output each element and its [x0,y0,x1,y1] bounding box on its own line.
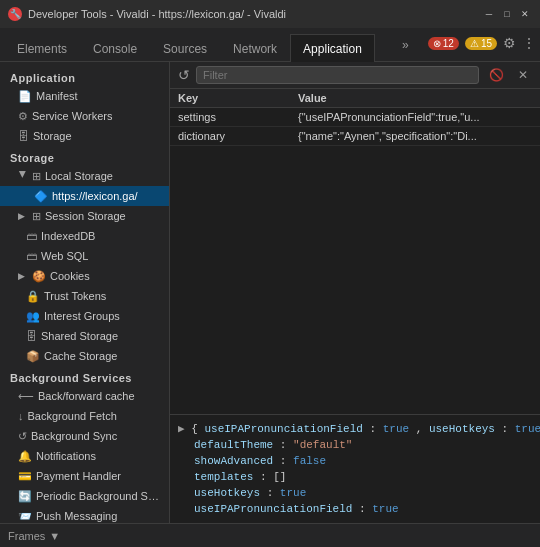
payment-handler-label: Payment Handler [36,470,121,482]
manifest-label: Manifest [36,90,78,102]
sidebar-item-session-storage[interactable]: ▶ ⊞ Session Storage [0,206,169,226]
manifest-icon: 📄 [18,90,32,103]
sidebar-item-local-storage[interactable]: ▶ ⊞ Local Storage [0,166,169,186]
sidebar-item-background-fetch[interactable]: ↓ Background Fetch [0,406,169,426]
cache-storage-icon: 📦 [26,350,40,363]
shared-storage-icon: 🗄 [26,330,37,342]
tab-sources[interactable]: Sources [150,34,220,62]
titlebar: 🔧 Developer Tools - Vivaldi - https://le… [0,0,540,28]
sidebar-item-storage[interactable]: 🗄 Storage [0,126,169,146]
sidebar-item-manifest[interactable]: 📄 Manifest [0,86,169,106]
json-line-2: defaultTheme : "default" [178,437,532,453]
notifications-icon: 🔔 [18,450,32,463]
local-storage-icon: ⊞ [32,170,41,183]
tab-console-label: Console [93,42,137,56]
sidebar-item-interest-groups[interactable]: 👥 Interest Groups [0,306,169,326]
url-label: https://lexicon.ga/ [52,190,138,202]
table-row[interactable]: dictionary {"name":"Aynen","specificatio… [170,127,540,146]
session-storage-icon: ⊞ [32,210,41,223]
sidebar-item-web-sql[interactable]: 🗃 Web SQL [0,246,169,266]
background-sync-icon: ↺ [18,430,27,443]
clear-filter-button[interactable]: 🚫 [485,66,508,84]
push-messaging-icon: 📨 [18,510,32,523]
sidebar-item-shared-storage[interactable]: 🗄 Shared Storage [0,326,169,346]
sidebar-item-notifications[interactable]: 🔔 Notifications [0,446,169,466]
warning-count: 15 [481,38,492,49]
storage-icon: 🗄 [18,130,29,142]
tabbar: Elements Console Sources Network Applica… [0,28,540,62]
close-button[interactable]: ✕ [518,7,532,21]
warning-icon: ⚠ [470,38,479,49]
content-area: ↺ 🚫 ✕ Key Value settings {"useIPAPronunc… [170,62,540,523]
cache-storage-label: Cache Storage [44,350,117,362]
trust-tokens-label: Trust Tokens [44,290,106,302]
cell-key: settings [170,108,290,127]
settings-button[interactable]: ⚙ [503,35,516,51]
storage-label: Storage [33,130,72,142]
sidebar-item-periodic-background-sync[interactable]: 🔄 Periodic Background Sync [0,486,169,506]
refresh-button[interactable]: ↺ [178,67,190,83]
session-storage-chevron: ▶ [18,211,28,221]
sidebar-item-payment-handler[interactable]: 💳 Payment Handler [0,466,169,486]
sidebar-item-service-workers[interactable]: ⚙ Service Workers [0,106,169,126]
data-table: Key Value settings {"useIPAPronunciation… [170,89,540,146]
tab-sources-label: Sources [163,42,207,56]
cookies-label: Cookies [50,270,90,282]
maximize-button[interactable]: □ [500,7,514,21]
col-header-key: Key [170,89,290,108]
error-count: 12 [443,38,454,49]
col-header-value: Value [290,89,540,108]
background-section-title: Background Services [0,366,169,386]
background-fetch-icon: ↓ [18,410,24,422]
tab-application-label: Application [303,42,362,56]
sidebar-item-indexed-db[interactable]: 🗃 IndexedDB [0,226,169,246]
more-tabs-button[interactable]: » [389,30,422,58]
json-expand-icon[interactable]: ▶ [178,423,185,435]
background-fetch-label: Background Fetch [28,410,117,422]
service-workers-label: Service Workers [32,110,112,122]
window-title: Developer Tools - Vivaldi - https://lexi… [28,8,476,20]
more-options-button[interactable]: ⋮ [522,35,536,51]
minimize-button[interactable]: ─ [482,7,496,21]
indexed-db-icon: 🗃 [26,230,37,242]
json-viewer: ▶ { useIPAPronunciationField : true , us… [170,414,540,523]
tab-application[interactable]: Application [290,34,375,62]
tab-network[interactable]: Network [220,34,290,62]
data-table-container: Key Value settings {"useIPAPronunciation… [170,89,540,414]
content-toolbar: ↺ 🚫 ✕ [170,62,540,89]
sidebar: Application 📄 Manifest ⚙ Service Workers… [0,62,170,523]
interest-groups-label: Interest Groups [44,310,120,322]
local-storage-chevron: ▶ [18,171,28,181]
close-filter-button[interactable]: ✕ [514,66,532,84]
sidebar-item-cache-storage[interactable]: 📦 Cache Storage [0,346,169,366]
table-row[interactable]: settings {"useIPAPronunciationField":tru… [170,108,540,127]
json-line-6: useIPAPronunciationField : true [178,501,532,517]
json-line-1: ▶ { useIPAPronunciationField : true , us… [178,421,532,437]
cookies-chevron: ▶ [18,271,28,281]
back-forward-cache-label: Back/forward cache [38,390,135,402]
background-sync-label: Background Sync [31,430,117,442]
sidebar-item-trust-tokens[interactable]: 🔒 Trust Tokens [0,286,169,306]
sidebar-item-push-messaging[interactable]: 📨 Push Messaging [0,506,169,523]
sidebar-item-back-forward-cache[interactable]: ⟵ Back/forward cache [0,386,169,406]
push-messaging-label: Push Messaging [36,510,117,522]
sidebar-item-background-sync[interactable]: ↺ Background Sync [0,426,169,446]
frames-chevron[interactable]: ▼ [49,530,60,542]
sidebar-item-cookies[interactable]: ▶ 🍪 Cookies [0,266,169,286]
session-storage-label: Session Storage [45,210,126,222]
tab-elements[interactable]: Elements [4,34,80,62]
storage-section-title: Storage [0,146,169,166]
periodic-background-sync-label: Periodic Background Sync [36,490,163,502]
filter-input[interactable] [196,66,479,84]
tab-console[interactable]: Console [80,34,150,62]
cell-value: {"name":"Aynen","specification":"Di... [290,127,540,146]
url-icon: 🔷 [34,190,48,203]
local-storage-label: Local Storage [45,170,113,182]
tab-elements-label: Elements [17,42,67,56]
json-line-5: useHotkeys : true [178,485,532,501]
cell-key: dictionary [170,127,290,146]
interest-groups-icon: 👥 [26,310,40,323]
web-sql-icon: 🗃 [26,250,37,262]
sidebar-item-lexicon-url[interactable]: 🔷 https://lexicon.ga/ [0,186,169,206]
web-sql-label: Web SQL [41,250,89,262]
